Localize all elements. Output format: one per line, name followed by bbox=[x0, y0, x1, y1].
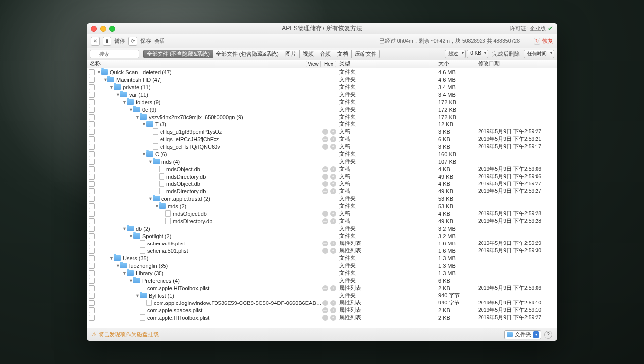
row-checkbox[interactable] bbox=[89, 285, 95, 291]
file-row[interactable]: mdsObject.db—+文稿4 KB2019年5月9日 下午2:59:28 bbox=[87, 210, 557, 217]
row-checkbox[interactable] bbox=[89, 174, 95, 180]
header-type[interactable]: 类型 bbox=[339, 61, 438, 67]
folder-row[interactable]: ▼mds (2)文件夹53 KB bbox=[87, 202, 557, 210]
help-button[interactable]: ? bbox=[544, 331, 552, 339]
folder-row[interactable]: ▼mds (4)文件夹107 KB bbox=[87, 158, 557, 165]
filter-seg-6[interactable]: 压缩文件 bbox=[352, 50, 380, 58]
filter-seg-5[interactable]: 文档 bbox=[334, 50, 352, 58]
file-row[interactable]: mdsDirectory.db—+文稿49 KB2019年5月9日 下午2:59… bbox=[87, 187, 557, 195]
file-row[interactable]: mdsObject.db—+文稿4 KB2019年5月9日 下午2:59:06 bbox=[87, 165, 557, 173]
file-row[interactable]: etilqs_efPCcJH5fjChExz—+文稿6 KB2019年5月9日 … bbox=[87, 135, 557, 143]
close-icon[interactable] bbox=[91, 26, 97, 32]
row-checkbox[interactable] bbox=[89, 136, 95, 142]
file-row[interactable]: etilqs_u1gI39pemP1ysOz—+文稿3 KB2019年5月9日 … bbox=[87, 128, 557, 135]
disclosure-icon[interactable]: ▼ bbox=[116, 92, 120, 97]
row-checkbox[interactable] bbox=[89, 241, 95, 246]
recover-button[interactable]: ↻ 恢复 bbox=[534, 37, 553, 45]
minimize-icon[interactable] bbox=[100, 26, 106, 32]
row-checkbox[interactable] bbox=[89, 69, 95, 75]
row-checkbox[interactable] bbox=[89, 248, 95, 254]
folder-row[interactable]: ▼C (6)文件夹160 KB bbox=[87, 150, 557, 158]
size-filter-val[interactable]: 0 KB bbox=[467, 50, 488, 58]
row-checkbox[interactable] bbox=[89, 233, 95, 239]
row-checkbox[interactable] bbox=[89, 114, 95, 120]
save-button[interactable]: ⟳ bbox=[128, 37, 137, 46]
folder-row[interactable]: ▼Quick Scan - deleted (47)文件夹4.6 MB bbox=[87, 68, 557, 76]
file-row[interactable]: mdsObject.db—+文稿4 KB2019年5月9日 下午2:59:27 bbox=[87, 180, 557, 187]
file-row[interactable]: schema.89.plist—+属性列表1.6 MB2019年5月9日 下午2… bbox=[87, 240, 557, 247]
zoom-icon[interactable] bbox=[109, 26, 115, 32]
header-hex[interactable]: Hex bbox=[322, 61, 336, 67]
filter-seg-3[interactable]: 视频 bbox=[300, 50, 317, 58]
row-checkbox[interactable] bbox=[89, 144, 95, 150]
footer-folder-select[interactable]: 文件夹 bbox=[504, 330, 541, 339]
folder-row[interactable]: ▼folders (9)文件夹172 KB bbox=[87, 98, 557, 106]
header-name[interactable]: 名称 bbox=[87, 61, 306, 67]
row-checkbox[interactable] bbox=[89, 203, 95, 209]
folder-row[interactable]: ▼com.apple.trustd (2)文件夹53 KB bbox=[87, 195, 557, 202]
disclosure-icon[interactable]: ▼ bbox=[129, 234, 133, 239]
folder-row[interactable]: ▼T (3)文件夹12 KB bbox=[87, 121, 557, 128]
row-checkbox[interactable] bbox=[89, 307, 95, 313]
pause-button[interactable]: ⏸ bbox=[103, 37, 111, 46]
folder-row[interactable]: ▼Preferences (4)文件夹6 KB bbox=[87, 277, 557, 284]
disclosure-icon[interactable]: ▼ bbox=[135, 293, 140, 298]
file-row[interactable]: com.apple.HIToolbox.plist—+属性列表2 KB2019年… bbox=[87, 314, 557, 321]
row-checkbox[interactable] bbox=[89, 84, 95, 90]
folder-row[interactable]: ▼Library (35)文件夹1.3 MB bbox=[87, 269, 557, 277]
filter-seg-4[interactable]: 音频 bbox=[317, 50, 334, 58]
row-checkbox[interactable] bbox=[89, 77, 95, 83]
row-checkbox[interactable] bbox=[89, 263, 95, 269]
folder-row[interactable]: ▼Macintosh HD (47)文件夹4.6 MB bbox=[87, 76, 557, 83]
disclosure-icon[interactable]: ▼ bbox=[148, 159, 153, 164]
disclosure-icon[interactable]: ▼ bbox=[116, 263, 120, 268]
header-date[interactable]: 修改日期 bbox=[478, 61, 557, 67]
folder-row[interactable]: ▼db (2)文件夹3.2 MB bbox=[87, 225, 557, 232]
row-checkbox[interactable] bbox=[89, 293, 95, 299]
file-row[interactable]: etilqs_ccFlsTQrfQNU60v—+文稿3 KB2019年5月9日 … bbox=[87, 143, 557, 150]
row-checkbox[interactable] bbox=[89, 226, 95, 232]
disclosure-icon[interactable]: ▼ bbox=[129, 107, 133, 112]
disclosure-icon[interactable]: ▼ bbox=[129, 278, 133, 283]
folder-row[interactable]: ▼private (11)文件夹3.4 MB bbox=[87, 83, 557, 91]
row-checkbox[interactable] bbox=[89, 159, 95, 165]
row-checkbox[interactable] bbox=[89, 151, 95, 157]
row-checkbox[interactable] bbox=[89, 166, 95, 172]
size-filter-op[interactable]: 超过 bbox=[445, 50, 466, 58]
folder-row[interactable]: ▼luozhonglin (35)文件夹1.3 MB bbox=[87, 262, 557, 269]
row-checkbox[interactable] bbox=[89, 255, 95, 261]
row-checkbox[interactable] bbox=[89, 218, 95, 224]
filter-seg-0[interactable]: 全部文件 (不含隐藏&系统) bbox=[143, 50, 213, 58]
folder-row[interactable]: ▼ByHost (1)文件夹940 字节 bbox=[87, 292, 557, 299]
file-tree[interactable]: ▼Quick Scan - deleted (47)文件夹4.6 MB▼Maci… bbox=[87, 68, 557, 328]
disclosure-icon[interactable]: ▼ bbox=[97, 70, 101, 75]
row-checkbox[interactable] bbox=[89, 270, 95, 276]
row-checkbox[interactable] bbox=[89, 181, 95, 187]
disclosure-icon[interactable]: ▼ bbox=[122, 271, 127, 276]
disclosure-icon[interactable]: ▼ bbox=[122, 226, 127, 231]
filter-seg-1[interactable]: 全部文件 (包含隐藏&系统) bbox=[213, 50, 282, 58]
disclosure-icon[interactable]: ▼ bbox=[109, 85, 114, 90]
disclosure-icon[interactable]: ▼ bbox=[103, 77, 107, 82]
time-filter[interactable]: 任何时间 bbox=[524, 50, 554, 58]
disclosure-icon[interactable]: ▼ bbox=[155, 204, 159, 209]
row-checkbox[interactable] bbox=[89, 99, 95, 105]
row-checkbox[interactable] bbox=[89, 278, 95, 284]
row-checkbox[interactable] bbox=[89, 92, 95, 98]
file-row[interactable]: schema.501.plist—+属性列表1.6 MB2019年5月9日 下午… bbox=[87, 247, 557, 254]
folder-row[interactable]: ▼var (11)文件夹3.4 MB bbox=[87, 91, 557, 98]
filter-seg-2[interactable]: 图片 bbox=[282, 50, 300, 58]
row-checkbox[interactable] bbox=[89, 107, 95, 113]
disclosure-icon[interactable]: ▼ bbox=[142, 152, 146, 157]
disclosure-icon[interactable]: ▼ bbox=[148, 196, 153, 201]
file-row[interactable]: mdsDirectory.db—+文稿49 KB2019年5月9日 下午2:59… bbox=[87, 173, 557, 180]
file-row[interactable]: com.apple.HIToolbox.plist—+属性列表2 KB2019年… bbox=[87, 284, 557, 292]
search-input[interactable] bbox=[90, 50, 139, 58]
titlebar[interactable]: APFS物理储存 / 所有恢复方法 许可证: 企业版 ✔ bbox=[87, 23, 557, 34]
file-row[interactable]: com.apple.spaces.plist—+属性列表2 KB2019年5月9… bbox=[87, 306, 557, 314]
folder-row[interactable]: ▼Users (35)文件夹1.3 MB bbox=[87, 254, 557, 262]
row-checkbox[interactable] bbox=[89, 188, 95, 194]
stop-button[interactable]: ✕ bbox=[91, 37, 100, 46]
file-row[interactable]: com.apple.loginwindow.FD536E59-CCB9-5C5C… bbox=[87, 299, 557, 306]
row-checkbox[interactable] bbox=[89, 129, 95, 135]
